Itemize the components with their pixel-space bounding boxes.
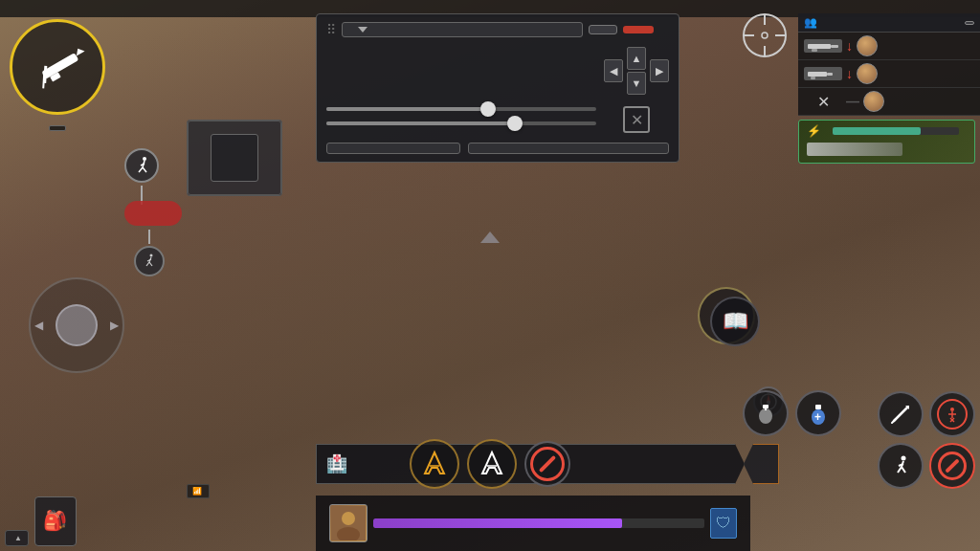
reset-button[interactable]: [589, 25, 617, 34]
apex-logo-1[interactable]: [410, 439, 459, 489]
sprint-icon-svg: [141, 253, 158, 270]
sprint-icon: [134, 246, 165, 276]
cancel-x-button[interactable]: ✕: [623, 106, 650, 133]
svg-rect-2: [812, 49, 817, 52]
reviving-icon: 🏥: [326, 453, 347, 474]
health-bar-container: [373, 518, 704, 528]
quick-button[interactable]: ▲: [5, 530, 29, 546]
inventory-icon: 🎒: [43, 509, 67, 532]
grenade-svg: [753, 401, 778, 426]
svg-rect-12: [41, 53, 78, 79]
save-button[interactable]: [623, 26, 654, 33]
sprint-button[interactable]: [134, 230, 165, 278]
cancel-game-button[interactable]: [124, 201, 182, 226]
no-entry-button[interactable]: [524, 441, 570, 487]
size-slider-track[interactable]: [326, 107, 596, 111]
potion-svg: +: [806, 401, 831, 426]
panel-footer: [326, 143, 669, 154]
left-hud: [10, 19, 105, 115]
alpha-slider-container[interactable]: [326, 121, 596, 125]
svg-line-19: [139, 167, 143, 172]
squad2-weapon-icon: [804, 67, 842, 80]
svg-rect-50: [763, 405, 768, 408]
layout-dropdown[interactable]: [342, 22, 583, 37]
weapon-image: [807, 143, 902, 156]
layout-panel: ⠿: [316, 13, 679, 163]
squad1-avatar: [857, 35, 878, 56]
right-arrow-button[interactable]: ▶: [650, 59, 669, 82]
weapon-svg-2: [806, 68, 840, 79]
heal-button[interactable]: +: [795, 390, 841, 436]
svg-line-20: [143, 167, 146, 172]
squad2-arrow-icon: ↓: [846, 66, 853, 81]
no-entry-3-button[interactable]: [929, 443, 975, 489]
weapon-level-fill: [833, 127, 921, 135]
svg-point-37: [950, 408, 954, 411]
no-entry-2-button[interactable]: [929, 391, 975, 437]
no-entry-icon: [530, 447, 565, 481]
crosshair-svg: [741, 11, 789, 59]
svg-rect-5: [811, 77, 815, 79]
auto-sprint-button[interactable]: [124, 148, 159, 208]
no-entry-3-bar: [945, 458, 960, 474]
down-arrow-button[interactable]: ▼: [627, 72, 646, 95]
chevron-up-button[interactable]: [476, 228, 504, 247]
size-slider-thumb[interactable]: [480, 101, 496, 117]
cancel-revive-button[interactable]: [744, 444, 779, 484]
no-entry-person-svg: [944, 406, 961, 423]
squad2-avatar: [857, 63, 878, 84]
squad-icon: 👥: [804, 16, 817, 29]
book-button[interactable]: 📖: [710, 297, 760, 346]
weapon-card-primary: ⚡: [798, 120, 975, 164]
squad-item-3: ✕ —: [798, 88, 980, 116]
svg-marker-30: [425, 452, 444, 474]
round-indicator: [49, 125, 66, 131]
apex-logo-svg-1: [419, 449, 450, 479]
player-portrait: [331, 506, 366, 540]
close-button[interactable]: [659, 28, 669, 32]
joystick-outer[interactable]: ◀ ▶: [29, 277, 124, 373]
svg-text:+: +: [814, 410, 821, 424]
inventory-button[interactable]: 🎒: [34, 496, 77, 546]
svg-line-24: [146, 262, 149, 266]
jump-icon: [888, 453, 913, 478]
no-entry-3-icon: [938, 452, 967, 480]
melee-button[interactable]: [878, 391, 924, 437]
joystick-left-arrow: ◀: [34, 319, 43, 332]
apex-logo-2[interactable]: [467, 439, 517, 489]
size-slider-container[interactable]: [326, 107, 596, 111]
fingers-button[interactable]: [326, 143, 460, 154]
svg-marker-32: [482, 452, 501, 474]
cancel-circle: [124, 201, 182, 226]
jump-button[interactable]: [878, 443, 924, 489]
joystick-right-arrow: ▶: [110, 319, 119, 332]
svg-point-51: [759, 408, 772, 424]
svg-line-36: [892, 419, 896, 423]
up-arrow-button[interactable]: ▲: [627, 47, 646, 70]
heal-icon: +: [795, 390, 841, 436]
squad-title: 👥: [804, 16, 821, 29]
svg-rect-53: [815, 405, 821, 409]
weapon-big-icon-svg: [27, 36, 89, 99]
throwable-button[interactable]: [743, 390, 789, 436]
svg-rect-0: [808, 44, 831, 49]
sliders-column: [326, 104, 596, 133]
alpha-slider-thumb[interactable]: [507, 116, 523, 131]
alpha-slider-track[interactable]: [326, 121, 596, 125]
svg-rect-3: [808, 72, 827, 77]
slot-box: [188, 121, 281, 195]
squad-panel: 👥 ↓ ↓ ✕ —: [798, 13, 980, 116]
copy-settings-button[interactable]: [468, 143, 669, 154]
throwable-icon: [743, 390, 789, 436]
auto-sprint-icon: [124, 148, 159, 183]
svg-point-22: [150, 254, 153, 257]
joystick[interactable]: ◀ ▶: [29, 277, 124, 373]
horizontal-arrows: ◀ ▲ ▼ ▶: [604, 47, 669, 95]
health-bar-track: [373, 518, 704, 528]
svg-point-11: [762, 33, 768, 38]
quick-chevron: ▲: [14, 534, 22, 542]
joystick-inner[interactable]: [56, 304, 98, 346]
size-slider-row: [326, 104, 596, 111]
squad3-weapon-icon: ✕: [804, 95, 842, 108]
left-arrow-button[interactable]: ◀: [604, 59, 623, 82]
